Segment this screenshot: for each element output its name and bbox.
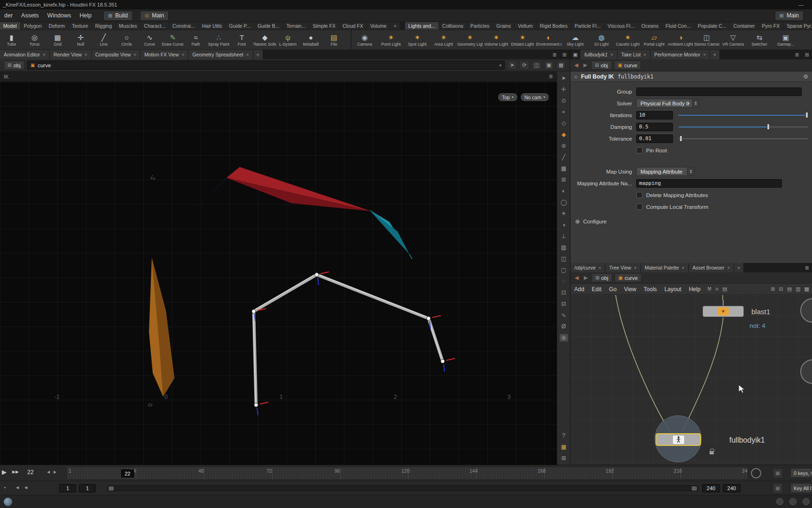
shelf-tab-cloud-fx[interactable]: Cloud FX (339, 22, 367, 30)
layout-pane-icon[interactable]: ▦ (556, 61, 566, 70)
pane-pin-icon[interactable]: ▣ (570, 52, 580, 58)
network-menu-layout[interactable]: Layout (661, 286, 685, 293)
key-options-button[interactable]: ⊞ (773, 483, 783, 493)
shelf-tab-collisions[interactable]: Collisions (439, 22, 467, 30)
shelf-tool-stereo-camera[interactable]: ◫Stereo Camera (694, 30, 720, 49)
network-menu-edit[interactable]: Edit (588, 286, 605, 293)
close-icon[interactable]: × (246, 52, 249, 57)
breadcrumb-curve[interactable]: ▣ curve (614, 61, 641, 70)
step-back-icon[interactable]: ◀ (24, 485, 27, 490)
close-icon[interactable]: × (634, 265, 637, 270)
solver-menu[interactable]: Physical Full Body IK⇕ (636, 99, 699, 108)
template-icon[interactable]: ▢ (560, 266, 568, 274)
shelf-tool-font[interactable]: TFont (230, 30, 253, 49)
palette-icon[interactable]: ▩ (804, 286, 809, 292)
grid-snap-icon[interactable]: ⊞ (771, 286, 775, 292)
range-start-field[interactable]: 1 (59, 484, 76, 492)
joint-point[interactable] (315, 273, 319, 277)
pane-list-icon[interactable]: ≣ (550, 52, 560, 58)
joint-point[interactable] (254, 403, 258, 407)
shelf-tool-grid[interactable]: ▦Grid (46, 30, 69, 49)
isolate-icon[interactable]: ⊟ (560, 300, 568, 308)
shade-mode-icon[interactable]: ◐ (560, 187, 568, 195)
breadcrumb-curve[interactable]: ▣ curve (615, 273, 642, 282)
next-frame-button[interactable]: ▶▶ (12, 469, 19, 474)
secure-selection-icon[interactable]: ➤ (560, 74, 568, 82)
prev-key-icon[interactable]: ◀ (47, 470, 50, 474)
node-path-combo[interactable]: ▣ curve ▾ (27, 61, 505, 70)
menu-help[interactable]: Help (75, 9, 96, 22)
delete-mapping-attributes-checkbox[interactable] (636, 192, 642, 198)
notes-icon[interactable]: ▤ (787, 286, 792, 292)
shelf-tool-ambient-light[interactable]: ◑Ambient Light (667, 30, 694, 49)
pane-tab-motion-fx-view[interactable]: Motion FX View× (141, 50, 188, 59)
shelf-tab-particle-fl[interactable]: Particle Fl... (571, 22, 604, 30)
pane-tab-add-button[interactable]: + (710, 50, 720, 59)
shelf-tab-vellum[interactable]: Vellum (515, 22, 537, 30)
layout-preset-icon[interactable]: ▦ (560, 443, 568, 451)
playback-end-field[interactable]: 240 (702, 484, 720, 492)
shelf-tool-draw-curve[interactable]: ✎Draw Curve (161, 30, 184, 49)
node-fullbodyik1[interactable] (656, 433, 701, 446)
shelf-tab-constrai[interactable]: Constrai... (169, 22, 199, 30)
forward-arrow-icon[interactable]: ▶ (582, 62, 588, 68)
shelf-tab-deform[interactable]: Deform (46, 22, 69, 30)
shelf-tool-gamep[interactable]: ▣Gamep... (773, 30, 799, 49)
show-handles-icon[interactable]: ✛ (560, 86, 568, 93)
node-label[interactable]: fullbodyik1 (729, 436, 765, 444)
node-name-field[interactable]: fullbodyik1 (617, 73, 653, 80)
shelf-tab-container[interactable]: Container (730, 22, 759, 30)
shelf-tool-circle[interactable]: ○Circle (115, 30, 138, 49)
key-all-button[interactable]: Key All Ch (790, 483, 812, 493)
breadcrumb-obj[interactable]: ⊞ obj (591, 61, 612, 70)
shelf-tool-caustic-light[interactable]: ✶Caustic Light (615, 30, 641, 49)
shelf-tool-platonic-solids[interactable]: ◆Platonic Solids (253, 30, 276, 49)
scene-viewport[interactable]: Top ▾ No cam ▾ -10123-20 (0, 82, 557, 465)
play-button[interactable]: ▶ (2, 468, 7, 476)
shelf-tab-viscous-fl[interactable]: Viscous Fl... (604, 22, 638, 30)
shelf-tab-charact[interactable]: Charact... (141, 22, 170, 30)
pane-list-icon[interactable]: ≣ (792, 52, 802, 58)
shelf-tab-volume[interactable]: Volume (367, 22, 390, 30)
red-bone-shape[interactable] (226, 167, 371, 211)
pin-root-checkbox[interactable] (636, 147, 642, 153)
shelf-tab-populate-c[interactable]: Populate C... (695, 22, 730, 30)
frame-range-slider[interactable] (107, 485, 698, 491)
pane-split-icon[interactable]: ⊞ (560, 52, 570, 58)
shelf-tool-spot-light[interactable]: ✶Spot Light (404, 30, 430, 49)
select-prims-icon[interactable]: ▦ (560, 165, 568, 172)
shelf-tool-gi-light[interactable]: ◍GI Light (588, 30, 615, 49)
float-pane-icon[interactable]: ▣ (544, 61, 554, 70)
pane-tab-add-button[interactable]: + (253, 50, 263, 59)
shelf-tab-pyro-fx[interactable]: Pyro FX (758, 22, 783, 30)
pane-tab-render-view[interactable]: Render View× (50, 50, 92, 59)
shelf-tab-sparse-pyr[interactable]: Sparse Pyr... (783, 22, 812, 30)
shelf-tool-null[interactable]: ✛Null (69, 30, 92, 49)
shelf-tool-sky-light[interactable]: ☁Sky Light (562, 30, 588, 49)
pane-tab-fullbodyik1[interactable]: fullbodyik1× (580, 50, 617, 59)
pin-path-icon[interactable]: ➤ (508, 61, 517, 70)
display-options-icon[interactable]: ≣ (549, 73, 553, 79)
pane-tab-performance-monitor[interactable]: Performance Monitor× (650, 50, 710, 59)
main-desktop-selector[interactable]: ⊞ Main (775, 11, 804, 21)
shelf-tool-torus[interactable]: ◎Torus (23, 30, 46, 49)
mirror-icon[interactable]: ◫ (560, 255, 568, 262)
view-tool-icon[interactable]: ⌖ (560, 108, 568, 116)
slider-handle[interactable] (767, 124, 770, 130)
close-icon[interactable]: × (133, 52, 136, 57)
pane-tab-take-list[interactable]: Take List× (617, 50, 650, 59)
network-menu-go[interactable]: Go (605, 286, 620, 293)
snap-grid-icon[interactable]: ⊛ (560, 334, 568, 341)
select-objects-icon[interactable]: ◇ (560, 119, 568, 127)
close-icon[interactable]: × (643, 52, 646, 57)
node-input-connector[interactable] (723, 300, 724, 306)
message-log-icon[interactable] (776, 498, 783, 505)
grid-toggle-icon[interactable]: ▧ (560, 244, 568, 251)
network-editor[interactable]: ✶ blast1 not: 4 fullbodyik1 (570, 295, 812, 465)
shelf-tab-hair-utils[interactable]: Hair Utils (199, 22, 226, 30)
memory-status-icon[interactable] (803, 498, 810, 505)
keys-count-button[interactable]: 0 keys, 0 (790, 468, 812, 478)
gear-icon[interactable]: ⚙ (803, 73, 808, 80)
group-field[interactable] (636, 87, 802, 96)
go-start-icon[interactable]: ◀ (16, 485, 19, 490)
